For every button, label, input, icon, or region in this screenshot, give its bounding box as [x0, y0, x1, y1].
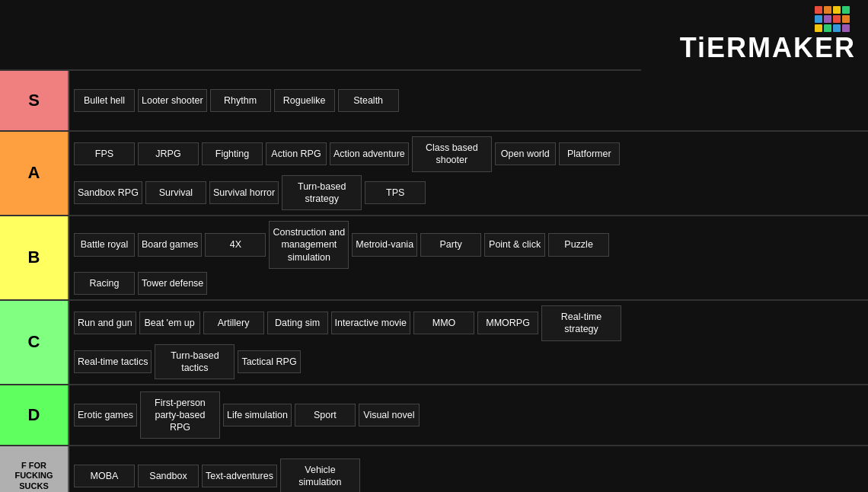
tier-item[interactable]: Dating sim: [267, 311, 328, 334]
tier-item[interactable]: Survival horror: [209, 181, 279, 204]
tier-label-c: C: [0, 300, 69, 385]
tier-item[interactable]: MOBA: [74, 465, 135, 487]
tier-items-container: Run and gunBeat 'em upArtilleryDating si…: [69, 300, 641, 385]
tier-item[interactable]: Class based shooter: [412, 136, 492, 172]
tier-item[interactable]: Interactive movie: [331, 311, 410, 334]
tier-item[interactable]: Party: [420, 233, 481, 256]
tier-label-s: S: [0, 70, 69, 131]
tier-item[interactable]: Survival: [145, 181, 206, 204]
tier-item[interactable]: Erotic games: [74, 404, 137, 427]
tier-items-container: FPSJRPGFightingAction RPGAction adventur…: [69, 131, 641, 216]
tier-item[interactable]: Vehicle simulation: [280, 458, 360, 492]
tier-item[interactable]: Real-time tactics: [74, 350, 152, 373]
tier-list-table: TiERMAKER SBullet hellLooter shooterRhyt…: [0, 0, 868, 492]
logo-dot: [842, 15, 850, 23]
logo-dot: [833, 15, 841, 23]
tier-label-b: B: [0, 216, 69, 300]
tier-item[interactable]: Metroid-vania: [352, 233, 417, 256]
tier-item[interactable]: Life simulation: [223, 404, 292, 427]
tier-item[interactable]: Stealth: [338, 89, 399, 112]
tier-row: F FOR FUCKING SUCKSMOBASandboxText-adven…: [0, 446, 868, 492]
tier-item[interactable]: Sport: [295, 404, 356, 427]
logo-dot: [833, 6, 841, 14]
tier-item[interactable]: Action RPG: [266, 142, 327, 165]
tier-item[interactable]: Battle royal: [74, 233, 135, 256]
tier-row: CRun and gunBeat 'em upArtilleryDating s…: [0, 300, 868, 385]
tier-item[interactable]: Action adventure: [330, 142, 409, 165]
logo-dot: [824, 15, 831, 23]
logo-area: TiERMAKER: [641, 0, 868, 70]
logo-grid: [815, 6, 850, 32]
tier-item[interactable]: Turn-based strategy: [282, 175, 362, 211]
tier-item[interactable]: Racing: [74, 272, 135, 295]
tier-item[interactable]: 4X: [205, 233, 266, 256]
tier-row: SBullet hellLooter shooterRhythmRoguelik…: [0, 70, 868, 131]
tier-items-container: Bullet hellLooter shooterRhythmRoguelike…: [69, 70, 641, 131]
logo-dot: [815, 24, 822, 32]
logo-dot: [842, 24, 850, 32]
tier-item[interactable]: Beat 'em up: [139, 311, 200, 334]
tier-item[interactable]: MMORPG: [477, 311, 538, 334]
tier-item[interactable]: Construction and management simulation: [269, 221, 349, 269]
tier-item[interactable]: Artillery: [203, 311, 264, 334]
tier-item[interactable]: FPS: [74, 142, 135, 165]
tier-item[interactable]: Visual novel: [359, 404, 420, 427]
tier-item[interactable]: Board games: [138, 233, 202, 256]
tier-item[interactable]: Rhythm: [210, 89, 271, 112]
tier-item[interactable]: Run and gun: [74, 311, 136, 334]
tier-item[interactable]: Looter shooter: [138, 89, 207, 112]
tier-label-a: A: [0, 131, 69, 216]
tier-item[interactable]: Fighting: [202, 142, 263, 165]
logo-dot: [842, 6, 850, 14]
tier-item[interactable]: Tactical RPG: [238, 350, 300, 373]
tier-row: AFPSJRPGFightingAction RPGAction adventu…: [0, 131, 868, 216]
tier-item[interactable]: Text-adventures: [202, 465, 277, 487]
logo-text: TiERMAKER: [680, 32, 856, 63]
tier-item[interactable]: Tower defense: [138, 272, 207, 295]
tier-item[interactable]: Point & click: [484, 233, 545, 256]
logo-dot: [815, 6, 822, 14]
tier-item[interactable]: Bullet hell: [74, 89, 135, 112]
tier-label-d: D: [0, 385, 69, 446]
tier-item[interactable]: First-person party-based RPG: [140, 391, 220, 439]
tier-item[interactable]: Turn-based tactics: [155, 344, 235, 380]
logo-dot: [833, 24, 841, 32]
tier-row: BBattle royalBoard games4XConstruction a…: [0, 216, 868, 300]
header-row: TiERMAKER: [0, 0, 868, 70]
logo-dot: [824, 6, 831, 14]
tier-item[interactable]: Open world: [495, 142, 556, 165]
tier-item[interactable]: Sandbox: [138, 465, 199, 487]
logo-dot: [815, 15, 822, 23]
tier-items-container: Battle royalBoard games4XConstruction an…: [69, 216, 641, 300]
logo-dot: [824, 24, 831, 32]
tier-item[interactable]: Puzzle: [548, 233, 609, 256]
tier-items-container: MOBASandboxText-adventuresVehicle simula…: [69, 446, 641, 492]
tier-item[interactable]: Sandbox RPG: [74, 181, 142, 204]
tier-item[interactable]: Platformer: [559, 142, 620, 165]
tier-items-container: Erotic gamesFirst-person party-based RPG…: [69, 385, 641, 446]
tier-item[interactable]: Roguelike: [274, 89, 335, 112]
tier-item[interactable]: JRPG: [138, 142, 199, 165]
tier-item[interactable]: Real-time strategy: [541, 305, 621, 341]
tier-item[interactable]: MMO: [413, 311, 474, 334]
tier-label-f: F FOR FUCKING SUCKS: [0, 446, 69, 492]
tier-item[interactable]: TPS: [365, 181, 426, 204]
tier-row: DErotic gamesFirst-person party-based RP…: [0, 385, 868, 446]
